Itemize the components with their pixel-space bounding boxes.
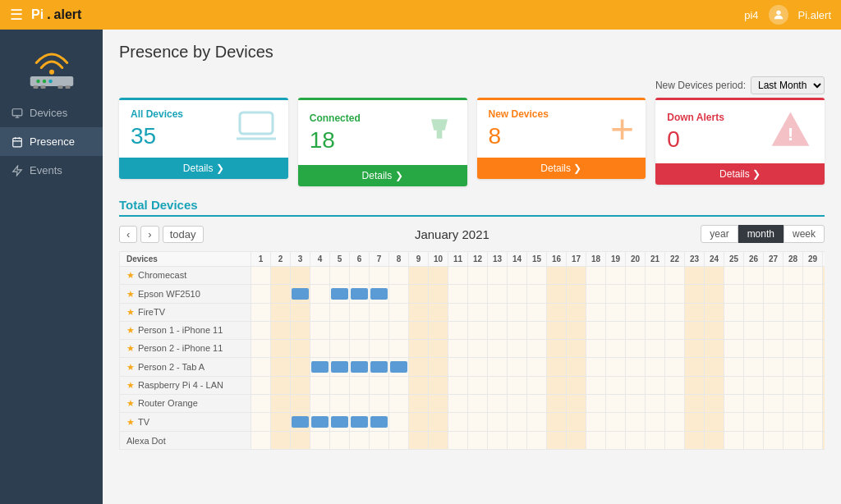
view-year-button[interactable]: year (701, 225, 738, 243)
sidebar-item-events[interactable]: Events (0, 156, 103, 185)
day-cell (310, 285, 330, 304)
day-cell (646, 340, 665, 358)
day-cell (705, 377, 724, 395)
day-cell (271, 395, 291, 413)
view-month-button[interactable]: month (738, 225, 784, 243)
day-cell (527, 432, 547, 450)
day-cell (567, 285, 586, 304)
day-cell (724, 432, 744, 450)
day-cell (744, 413, 764, 432)
star-icon: ★ (126, 325, 135, 335)
day-cell (370, 340, 389, 358)
view-week-button[interactable]: week (784, 225, 825, 243)
day-cell (724, 358, 744, 377)
day-cell (468, 395, 488, 413)
presence-bar (370, 416, 388, 428)
day-cell (764, 432, 784, 450)
day-cell (488, 395, 508, 413)
device-label: Person 2 - iPhone 11 (138, 343, 223, 353)
plug-icon (423, 108, 456, 157)
new-devices-label: New Devices (489, 108, 549, 120)
star-icon: ★ (126, 380, 135, 390)
today-button[interactable]: today (163, 226, 204, 243)
day-cell (626, 340, 646, 358)
day-cell (271, 322, 291, 340)
day-cell (271, 285, 291, 304)
day-cell (508, 322, 527, 340)
day-cell (764, 413, 784, 432)
day-cell (389, 377, 409, 395)
day-cell (409, 395, 429, 413)
hamburger-button[interactable]: ☰ (10, 6, 23, 24)
day-cell (370, 377, 389, 395)
day-cell (488, 322, 508, 340)
day-cell (665, 340, 685, 358)
day-cell (823, 432, 825, 450)
device-name-cell: ★Person 2 - iPhone 11 (120, 340, 251, 358)
device-label: Person 2 - Tab A (138, 362, 205, 372)
star-icon: ★ (126, 343, 135, 353)
day-cell (784, 395, 803, 413)
day-cell (389, 358, 409, 377)
day-cell (705, 358, 724, 377)
down-alerts-details-button[interactable]: Details ❯ (655, 163, 825, 185)
day-cell (389, 395, 409, 413)
day-cell (488, 285, 508, 304)
device-name-cell: ★TV (120, 413, 251, 432)
day-cell (803, 304, 823, 322)
connected-details-button[interactable]: Details ❯ (298, 165, 467, 186)
day-cell (606, 322, 626, 340)
stat-card-connected: Connected 18 Details ❯ (298, 98, 467, 186)
period-select[interactable]: Last Month Last Week Last Day (751, 76, 825, 94)
day-cell (508, 395, 527, 413)
day-cell (823, 322, 825, 340)
day-cell (448, 395, 468, 413)
day-cell (389, 322, 409, 340)
day-cell (330, 432, 350, 450)
day-cell (606, 304, 626, 322)
device-name-cell: ★Epson WF2510 (120, 285, 251, 304)
day-cell (764, 322, 784, 340)
day-cell (547, 304, 567, 322)
day-cell (271, 267, 291, 285)
day-cell (508, 267, 527, 285)
table-row: Alexa Dot (120, 432, 825, 450)
svg-point-0 (776, 11, 780, 15)
presence-bar (331, 288, 348, 300)
day-cell (626, 432, 646, 450)
sidebar-label-events: Events (30, 164, 62, 176)
day-cell (310, 395, 330, 413)
svg-rect-6 (33, 85, 38, 89)
sidebar-item-presence[interactable]: Presence (0, 127, 103, 156)
day-cell (429, 304, 448, 322)
day-cell (685, 413, 705, 432)
next-button[interactable]: › (140, 226, 159, 243)
table-row: ★Chromecast (120, 267, 825, 285)
day-cell (527, 285, 547, 304)
day-cell (803, 377, 823, 395)
day-cell (271, 304, 291, 322)
user-avatar-icon[interactable] (769, 5, 788, 25)
day-cell (508, 340, 527, 358)
day-cell (468, 413, 488, 432)
navbar-brand-text: Pi.alert (798, 9, 831, 21)
sidebar-label-presence: Presence (30, 135, 75, 148)
day-cell (665, 432, 685, 450)
day-cell (350, 377, 370, 395)
device-label: Chromecast (138, 270, 186, 280)
day-cell (803, 358, 823, 377)
page-title: Presence by Devices (119, 43, 825, 65)
svg-rect-11 (13, 138, 22, 147)
plus-icon: + (610, 108, 634, 149)
day-cell (646, 358, 665, 377)
day-cell (310, 358, 330, 377)
star-icon: ★ (126, 307, 135, 317)
sidebar-item-devices[interactable]: Devices (0, 99, 103, 127)
new-devices-details-button[interactable]: Details ❯ (477, 158, 646, 179)
all-devices-details-button[interactable]: Details ❯ (119, 158, 288, 179)
day-cell (488, 267, 508, 285)
day-cell (764, 267, 784, 285)
day-cell (508, 432, 527, 450)
prev-button[interactable]: ‹ (119, 226, 137, 243)
day-cell (468, 340, 488, 358)
